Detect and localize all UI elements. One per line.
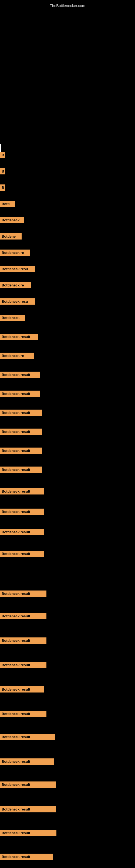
bottleneck-result-item[interactable]: Bottleneck result xyxy=(0,686,44,692)
bottleneck-result-item[interactable]: B xyxy=(0,152,5,158)
bottleneck-result-item[interactable]: Bottleneck result xyxy=(0,508,44,515)
bottleneck-result-item[interactable]: Bottleneck result xyxy=(0,806,56,812)
bottleneck-result-item[interactable]: Bottleneck result xyxy=(0,529,44,535)
bottleneck-result-item[interactable]: Bottleneck result xyxy=(0,662,46,668)
bottleneck-result-item[interactable]: Bottleneck result xyxy=(0,410,42,416)
bottleneck-result-item[interactable]: Bottleneck xyxy=(0,217,24,223)
bottleneck-result-item[interactable]: Bottleneck result xyxy=(0,854,53,860)
bottleneck-result-item[interactable]: Bottleneck result xyxy=(0,711,46,717)
bottleneck-result-item[interactable]: Bottleneck result xyxy=(0,590,46,597)
text-cursor xyxy=(0,144,1,152)
bottleneck-result-item[interactable]: Bottleneck re xyxy=(0,282,31,288)
site-title: TheBottlenecker.com xyxy=(0,1,135,10)
bottleneck-result-item[interactable]: Bottleneck result xyxy=(0,447,42,454)
bottleneck-result-item[interactable]: Bottleneck result xyxy=(0,758,54,765)
bottleneck-result-item[interactable]: Bottleneck result xyxy=(0,391,40,397)
bottleneck-result-item[interactable]: Bottleneck result xyxy=(0,734,55,740)
bottleneck-result-item[interactable]: Bottleneck result xyxy=(0,488,44,495)
bottleneck-result-item[interactable]: Bottleneck result xyxy=(0,429,42,435)
bottleneck-result-item[interactable]: Bottleneck result xyxy=(0,467,42,473)
bottleneck-result-item[interactable]: Bottleneck result xyxy=(0,372,40,378)
bottleneck-result-item[interactable]: Bottleneck result xyxy=(0,781,56,788)
bottleneck-result-item[interactable]: Bottleneck resu xyxy=(0,266,35,272)
bottleneck-result-item[interactable]: Bottleneck result xyxy=(0,638,46,644)
bottleneck-result-item[interactable]: Bottleneck result xyxy=(0,334,38,340)
bottleneck-result-item[interactable]: Bottleneck re xyxy=(0,352,34,359)
bottleneck-result-item[interactable]: Bottleneck result xyxy=(0,613,46,619)
bottleneck-result-item[interactable]: Bottlene xyxy=(0,233,21,240)
bottleneck-result-item[interactable]: Bottleneck result xyxy=(0,830,56,836)
bottleneck-result-item[interactable]: Bottleneck result xyxy=(0,551,44,557)
bottleneck-result-item[interactable]: Bottleneck resu xyxy=(0,299,35,305)
bottleneck-result-item[interactable]: B xyxy=(0,168,5,175)
bottleneck-result-item[interactable]: Bottleneck re xyxy=(0,250,30,256)
bottleneck-result-item[interactable]: Bottleneck xyxy=(0,315,25,321)
bottleneck-result-item[interactable]: Bottl xyxy=(0,201,15,207)
bottleneck-result-item[interactable]: B xyxy=(0,184,5,191)
